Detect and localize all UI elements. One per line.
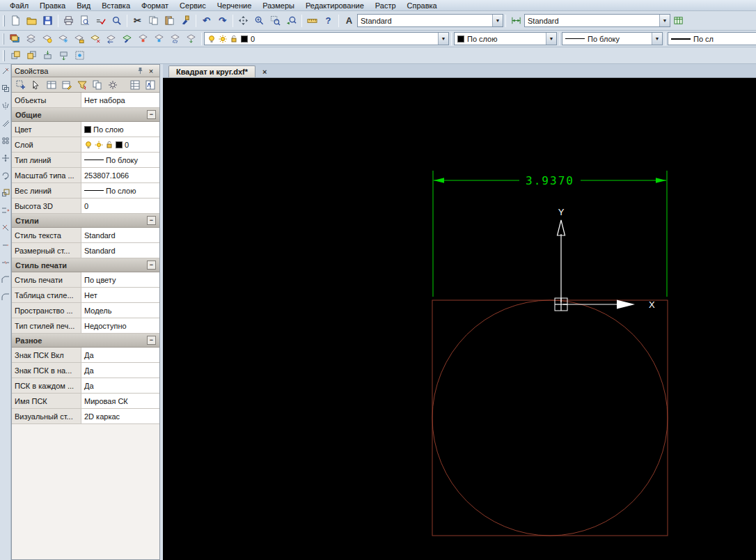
property-value[interactable]: 0 bbox=[81, 199, 159, 213]
categorized-view-button[interactable] bbox=[45, 79, 58, 91]
chevron-down-icon[interactable]: ▼ bbox=[492, 15, 503, 26]
layer-lock-button[interactable] bbox=[71, 31, 87, 46]
dim-style-button[interactable] bbox=[508, 13, 524, 28]
menu-format[interactable]: Формат bbox=[136, 1, 174, 10]
section-header-plot-style[interactable]: Стиль печати − bbox=[12, 258, 159, 272]
menu-modify[interactable]: Редактирование bbox=[300, 1, 370, 10]
open-button[interactable] bbox=[24, 13, 40, 28]
property-row-layer[interactable]: Слой 0 bbox=[12, 137, 159, 153]
draworder-under-button[interactable] bbox=[56, 48, 72, 63]
trim-icon[interactable] bbox=[1, 224, 10, 232]
menu-raster[interactable]: Растр bbox=[370, 1, 402, 10]
menu-edit[interactable]: Правка bbox=[34, 1, 71, 10]
zoom-previous-button[interactable] bbox=[283, 13, 299, 28]
menu-dimensions[interactable]: Размеры bbox=[257, 1, 300, 10]
pin-button[interactable] bbox=[134, 65, 145, 76]
property-row-lineweight[interactable]: Вес линий По слою bbox=[12, 183, 159, 199]
properties-title-bar[interactable]: Свойства × bbox=[12, 65, 159, 77]
collapse-icon[interactable]: − bbox=[147, 110, 156, 119]
zoom-realtime-button[interactable] bbox=[251, 13, 267, 28]
spelling-button[interactable] bbox=[93, 13, 109, 28]
property-row-plot-space[interactable]: Пространство ... Модель bbox=[12, 303, 159, 318]
dim-style-combo[interactable]: Standard ▼ bbox=[524, 14, 670, 27]
property-value[interactable]: По слою bbox=[81, 183, 159, 198]
property-value[interactable]: Нет bbox=[81, 288, 159, 302]
pan-button[interactable] bbox=[235, 13, 251, 28]
color-combo[interactable]: По слою ▼ bbox=[454, 32, 557, 45]
scale-icon[interactable] bbox=[1, 189, 10, 197]
chevron-down-icon[interactable]: ▼ bbox=[652, 33, 662, 45]
panel-close-button[interactable]: × bbox=[145, 65, 157, 76]
layer-states-button[interactable] bbox=[23, 31, 39, 46]
property-row-linetype[interactable]: Тип линий По блоку bbox=[12, 153, 159, 168]
toolbar-grip[interactable] bbox=[3, 15, 5, 26]
layer-walk-button[interactable] bbox=[167, 31, 183, 46]
property-value[interactable]: Мировая СК bbox=[81, 394, 159, 408]
property-value[interactable]: Модель bbox=[81, 303, 159, 318]
break-icon[interactable] bbox=[1, 258, 10, 267]
toolbar-grip[interactable] bbox=[3, 33, 4, 45]
menu-view[interactable]: Вид bbox=[71, 1, 96, 10]
make-layer-current-button[interactable] bbox=[87, 31, 103, 46]
table-style-button[interactable] bbox=[670, 13, 686, 28]
select-objects-button[interactable] bbox=[29, 79, 43, 91]
property-row-ucs-on[interactable]: Знак ПСК Вкл Да bbox=[12, 348, 159, 363]
collapse-icon[interactable]: − bbox=[147, 216, 156, 225]
layer-match-button[interactable] bbox=[119, 31, 135, 46]
mirror-icon[interactable] bbox=[1, 102, 10, 110]
draworder-back-button[interactable] bbox=[24, 48, 40, 63]
extend-icon[interactable] bbox=[1, 241, 10, 249]
tab-close-button[interactable]: × bbox=[260, 66, 269, 77]
paste-button[interactable] bbox=[162, 13, 178, 28]
find-button[interactable] bbox=[109, 13, 125, 28]
toolbar-grip[interactable] bbox=[3, 50, 5, 61]
array-icon[interactable] bbox=[1, 137, 10, 145]
property-value[interactable]: По блоку bbox=[81, 153, 159, 167]
lineweight-combo[interactable]: По сл bbox=[668, 32, 756, 45]
section-header-styles[interactable]: Стили − bbox=[12, 214, 159, 228]
collapse-icon[interactable]: − bbox=[147, 260, 156, 270]
offset-icon[interactable] bbox=[1, 119, 10, 127]
menu-help[interactable]: Справка bbox=[402, 1, 443, 10]
drawing-area[interactable]: 3.9370 Y X bbox=[163, 78, 756, 560]
property-value[interactable]: Нет набора bbox=[81, 93, 159, 107]
text-style-button[interactable]: A bbox=[341, 13, 357, 28]
draworder-above-button[interactable] bbox=[40, 48, 56, 63]
redo-button[interactable]: ↷ bbox=[214, 13, 230, 28]
property-row-text-style[interactable]: Стиль текста Standard bbox=[12, 228, 159, 243]
property-value[interactable]: 2D каркас bbox=[81, 409, 159, 423]
collapse-icon[interactable]: − bbox=[147, 336, 156, 345]
pickadd-toggle-button[interactable] bbox=[14, 79, 28, 91]
copy-value-button[interactable] bbox=[90, 79, 104, 91]
menu-file[interactable]: Файл bbox=[4, 1, 34, 10]
layer-previous-button[interactable] bbox=[103, 31, 119, 46]
erase-icon[interactable] bbox=[1, 67, 10, 75]
property-row-visual-style[interactable]: Визуальный ст... 2D каркас bbox=[12, 409, 159, 424]
help-button[interactable]: ? bbox=[320, 13, 336, 28]
chamfer-icon[interactable] bbox=[1, 276, 10, 284]
draworder-front-button[interactable] bbox=[8, 48, 24, 63]
layer-unisolate-button[interactable] bbox=[151, 31, 167, 46]
layer-merge-button[interactable] bbox=[183, 31, 199, 46]
tab-drawing-file[interactable]: Квадрат и круг.dxf* bbox=[168, 65, 255, 77]
property-value[interactable]: Standard bbox=[81, 243, 159, 258]
drawing-canvas[interactable]: 3.9370 Y X bbox=[163, 78, 756, 560]
print-preview-button[interactable] bbox=[77, 13, 93, 28]
chevron-down-icon[interactable]: ▼ bbox=[659, 15, 670, 26]
rotate-icon[interactable] bbox=[1, 171, 10, 180]
property-row-color[interactable]: Цвет По слою bbox=[12, 122, 159, 137]
property-value[interactable]: Да bbox=[81, 378, 159, 393]
save-button[interactable] bbox=[40, 13, 56, 28]
property-value[interactable]: Недоступно bbox=[81, 318, 159, 333]
settings-button[interactable] bbox=[106, 79, 120, 91]
new-file-button[interactable] bbox=[8, 13, 24, 28]
property-value[interactable]: Standard bbox=[81, 228, 159, 242]
chevron-down-icon[interactable]: ▼ bbox=[438, 33, 448, 45]
property-row-plot-type[interactable]: Тип стилей печ... Недоступно bbox=[12, 318, 159, 334]
property-value[interactable]: 0 bbox=[81, 137, 159, 152]
section-header-general[interactable]: Общие − bbox=[12, 108, 159, 122]
property-value[interactable]: Да bbox=[81, 348, 159, 362]
property-value[interactable]: 253807.1066 bbox=[81, 168, 159, 182]
property-value[interactable]: По цвету bbox=[81, 272, 159, 287]
match-properties-button[interactable] bbox=[178, 13, 194, 28]
